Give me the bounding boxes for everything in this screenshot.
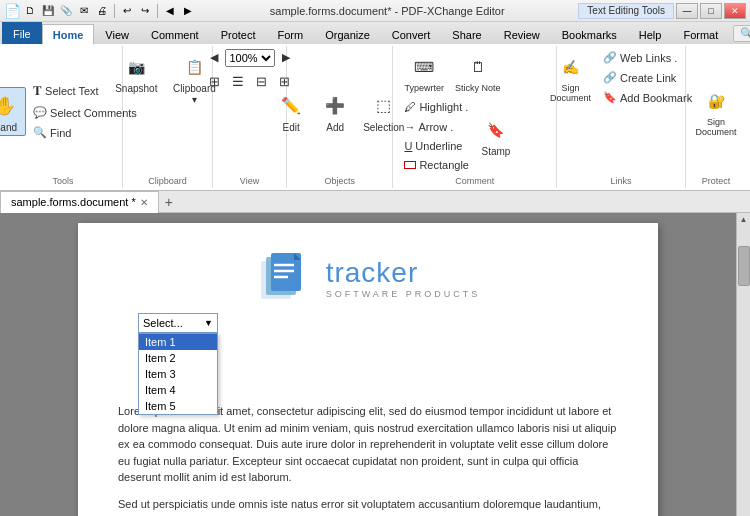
doc-tab-close-icon[interactable]: ✕ xyxy=(140,197,148,208)
select-box[interactable]: Select... ▼ xyxy=(138,313,218,333)
scroll-thumb[interactable] xyxy=(738,246,750,286)
select-item-1[interactable]: Item 1 xyxy=(139,334,217,350)
web-link-icon: 🔗 xyxy=(603,51,617,64)
attach-icon[interactable]: 📎 xyxy=(58,3,74,19)
select-item-2[interactable]: Item 2 xyxy=(139,350,217,366)
zoom-out-button[interactable]: ◀ xyxy=(205,48,223,67)
arrow-button[interactable]: → Arrow . xyxy=(399,118,474,136)
tab-file[interactable]: File xyxy=(2,22,42,44)
tab-view[interactable]: View xyxy=(94,24,140,44)
hand-icon: ✋ xyxy=(0,90,21,122)
separator2 xyxy=(157,4,158,18)
view-btn-2[interactable]: ☰ xyxy=(227,71,249,92)
close-button[interactable]: ✕ xyxy=(724,3,746,19)
print-icon[interactable]: 🖨 xyxy=(94,3,110,19)
typewriter-button[interactable]: ⌨ Typewrter xyxy=(399,48,449,96)
select-placeholder: Select... xyxy=(143,317,183,329)
create-link-button[interactable]: 🔗 Create Link xyxy=(598,68,697,87)
find-button[interactable]: 🔍 Find... xyxy=(733,25,750,42)
ribbon-group-clipboard: 📷 Snapshot 📋 Clipboard ▾ Clipboard xyxy=(123,46,213,188)
doc-paragraph-1: Lorem ipsum dolor sit amet, consectetur … xyxy=(118,403,618,486)
view-btn-1[interactable]: ⊞ xyxy=(204,71,225,92)
back-icon[interactable]: ◀ xyxy=(162,3,178,19)
tab-form[interactable]: Form xyxy=(267,24,315,44)
scrollbar-vertical: ▲ ▼ xyxy=(736,213,750,516)
app-icon: 📄 xyxy=(4,3,20,19)
select-item-4[interactable]: Item 4 xyxy=(139,382,217,398)
forward-icon[interactable]: ▶ xyxy=(180,3,196,19)
select-item-3[interactable]: Item 3 xyxy=(139,366,217,382)
tab-comment[interactable]: Comment xyxy=(140,24,210,44)
minimize-button[interactable]: — xyxy=(676,3,698,19)
mail-icon[interactable]: ✉ xyxy=(76,3,92,19)
ribbon-content: ✋ Hand 𝐓 Select Text 💬 Select Comments 🔍… xyxy=(0,44,750,191)
text-editing-badge: Text Editing Tools xyxy=(578,3,674,19)
zoom-select[interactable]: 100% 75% 150% xyxy=(225,49,275,67)
underline-icon: U xyxy=(404,140,412,152)
sticky-note-icon: 🗒 xyxy=(462,51,494,83)
tab-protect[interactable]: Protect xyxy=(210,24,267,44)
create-link-icon: 🔗 xyxy=(603,71,617,84)
ribbon-group-protect: 🔐 Sign Document Protect xyxy=(686,46,746,188)
typewriter-icon: ⌨ xyxy=(408,51,440,83)
protect-content: 🔐 Sign Document xyxy=(691,48,742,174)
add-icon: ➕ xyxy=(319,90,351,122)
snapshot-icon: 📷 xyxy=(120,51,152,83)
add-button[interactable]: ➕ Add xyxy=(314,87,356,136)
sticky-note-button[interactable]: 🗒 Sticky Note xyxy=(450,48,506,96)
comment-label: Comment xyxy=(455,174,494,186)
objects-label: Objects xyxy=(324,174,355,186)
underline-button[interactable]: U Underline xyxy=(399,137,474,155)
tracker-logo: tracker SOFTWARE PRODUCTS xyxy=(118,253,618,303)
ribbon-group-links: ✍ Sign Document 🔗 Web Links . 🔗 Create L… xyxy=(557,46,686,188)
tab-format[interactable]: Format xyxy=(672,24,729,44)
tab-review[interactable]: Review xyxy=(493,24,551,44)
rectangle-icon xyxy=(404,161,416,169)
view-btn-3[interactable]: ⊟ xyxy=(251,71,272,92)
comment-small-buttons: 🖊 Highlight . → Arrow . U Underline Rect… xyxy=(399,97,474,174)
tab-convert[interactable]: Convert xyxy=(381,24,442,44)
web-links-button[interactable]: 🔗 Web Links . xyxy=(598,48,697,67)
edit-icon: ✏️ xyxy=(275,90,307,122)
find-icon: 🔍 xyxy=(740,27,750,40)
clipboard-label: Clipboard xyxy=(148,174,187,186)
separator xyxy=(114,4,115,18)
links-label: Links xyxy=(611,174,632,186)
doc-tab-active[interactable]: sample.forms.document * ✕ xyxy=(0,191,159,213)
tab-bookmarks[interactable]: Bookmarks xyxy=(551,24,628,44)
stamp-icon: 🔖 xyxy=(480,114,512,146)
sign-document-button[interactable]: ✍ Sign Document xyxy=(545,48,596,106)
edit-button[interactable]: ✏️ Edit xyxy=(270,87,312,136)
ribbon-group-objects: ✏️ Edit ➕ Add ⬚ Selection Objects xyxy=(287,46,393,188)
links-rows: ✍ Sign Document 🔗 Web Links . 🔗 Create L… xyxy=(545,48,697,107)
redo-icon[interactable]: ↪ xyxy=(137,3,153,19)
select-item-5[interactable]: Item 5 xyxy=(139,398,217,414)
tab-organize[interactable]: Organize xyxy=(314,24,381,44)
undo-icon[interactable]: ↩ xyxy=(119,3,135,19)
stamp-button[interactable]: 🔖 Stamp xyxy=(475,111,517,160)
tab-share[interactable]: Share xyxy=(441,24,492,44)
snapshot-button[interactable]: 📷 Snapshot xyxy=(110,48,162,97)
maximize-button[interactable]: □ xyxy=(700,3,722,19)
doc-tab-bar: sample.forms.document * ✕ + xyxy=(0,191,750,213)
tracker-name: tracker xyxy=(326,257,481,289)
add-bookmark-button[interactable]: 🔖 Add Bookmark xyxy=(598,88,697,107)
hand-button[interactable]: ✋ Hand xyxy=(0,87,26,136)
rectangle-button[interactable]: Rectangle xyxy=(399,156,474,174)
highlight-button[interactable]: 🖊 Highlight . xyxy=(399,97,474,117)
document-scroll-area: tracker SOFTWARE PRODUCTS Select... ▼ It… xyxy=(0,213,736,516)
scroll-up-button[interactable]: ▲ xyxy=(738,213,750,226)
bookmark-icon: 🔖 xyxy=(603,91,617,104)
window-title: sample.forms.document* - PDF-XChange Edi… xyxy=(196,5,578,17)
select-text-icon: 𝐓 xyxy=(33,83,42,99)
ribbon-tab-bar: File Home View Comment Protect Form Orga… xyxy=(0,22,750,44)
tab-home[interactable]: Home xyxy=(42,24,95,45)
new-tab-button[interactable]: + xyxy=(159,192,179,212)
save-icon[interactable]: 💾 xyxy=(40,3,56,19)
new-icon[interactable]: 🗋 xyxy=(22,3,38,19)
document-text: Lorem ipsum dolor sit amet, consectetur … xyxy=(118,403,618,516)
tab-help[interactable]: Help xyxy=(628,24,673,44)
protect-icon: 🔐 xyxy=(700,85,732,117)
doc-paragraph-2: Sed ut perspiciatis unde omnis iste natu… xyxy=(118,496,618,517)
sign-doc-button2[interactable]: 🔐 Sign Document xyxy=(691,82,742,140)
